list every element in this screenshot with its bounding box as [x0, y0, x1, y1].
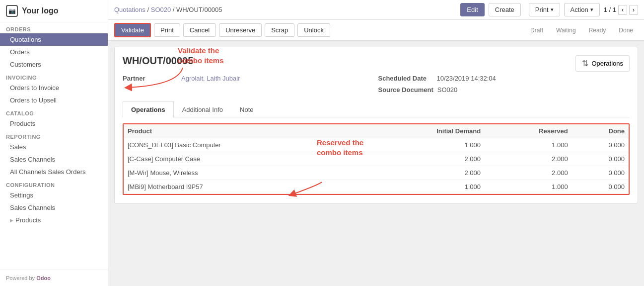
cell-product-2: [M-Wir] Mouse, Wireless: [124, 166, 362, 180]
sidebar-item-products-catalog[interactable]: Products: [0, 117, 108, 130]
unreserve-button[interactable]: Unreserve: [219, 23, 262, 37]
sidebar-item-quotations[interactable]: Quotations: [0, 33, 108, 46]
source-document-field: Source Document SO020: [378, 86, 630, 94]
source-document-value: SO020: [437, 86, 457, 94]
print-button[interactable]: Print: [529, 3, 560, 16]
sidebar-item-settings[interactable]: Settings: [0, 189, 108, 201]
sidebar-section-label-catalog: Catalog: [0, 106, 108, 117]
operations-button[interactable]: ⇅ Operations: [575, 55, 630, 72]
cell-done-0: 0.000: [572, 138, 629, 152]
status-waiting: Waiting: [551, 25, 581, 35]
validate-button[interactable]: Validate: [114, 23, 151, 37]
sidebar-section-label-configuration: Configuration: [0, 178, 108, 189]
cell-demand-0: 1.000: [362, 138, 485, 152]
table-row[interactable]: [CONS_DEL03] Basic Computer 1.000 1.000 …: [124, 138, 629, 152]
partner-label: Partner: [123, 75, 177, 82]
sidebar-section-label-invoicing: Invoicing: [0, 71, 108, 82]
col-reserved: Reserved: [485, 124, 572, 138]
breadcrumb-so020[interactable]: SO020: [151, 6, 171, 13]
cell-done-1: 0.000: [572, 152, 629, 166]
cell-done-3: 0.000: [572, 180, 629, 194]
table-wrapper: Product Initial Demand Reserved Done [CO…: [123, 123, 630, 195]
partner-value[interactable]: Agrolait, Laith Jubair: [181, 75, 240, 82]
sidebar-item-sales[interactable]: Sales: [0, 141, 108, 153]
cell-demand-1: 2.000: [362, 152, 485, 166]
print-toolbar-button[interactable]: Print: [154, 23, 180, 37]
sidebar-section-label-orders: Orders: [0, 22, 108, 33]
form-fields: Partner Agrolait, Laith Jubair Scheduled…: [123, 75, 630, 94]
sidebar-item-customers[interactable]: Customers: [0, 58, 108, 71]
unlock-button[interactable]: Unlock: [297, 23, 330, 37]
sidebar-item-orders[interactable]: Orders: [0, 46, 108, 58]
sidebar-section-catalog: Catalog Products: [0, 106, 108, 130]
content-area: Validate thecombo items ⇅ Operations WH/…: [108, 41, 644, 286]
operations-icon: ⇅: [582, 59, 588, 68]
sidebar-section-configuration: Configuration Settings Sales Channels Pr…: [0, 178, 108, 226]
cell-reserved-0: 1.000: [485, 138, 572, 152]
sidebar-section-invoicing: Invoicing Orders to Invoice Orders to Up…: [0, 71, 108, 106]
table-row[interactable]: [M-Wir] Mouse, Wireless 2.000 2.000 0.00…: [124, 166, 629, 180]
cell-product-3: [MBi9] Motherboard I9P57: [124, 180, 362, 194]
cell-product-0: [CONS_DEL03] Basic Computer: [124, 138, 362, 152]
edit-button[interactable]: Edit: [460, 3, 484, 16]
cell-product-1: [C-Case] Computer Case: [124, 152, 362, 166]
sidebar-item-all-channels[interactable]: All Channels Sales Orders: [0, 166, 108, 178]
breadcrumb-text: Quotations / SO020 / WH/OUT/00005: [114, 6, 222, 13]
cancel-button[interactable]: Cancel: [183, 23, 216, 37]
tab-operations[interactable]: Operations: [123, 101, 174, 117]
sidebar: 📷 Your logo Orders Quotations Orders Cus…: [0, 0, 108, 286]
tab-note[interactable]: Note: [231, 101, 262, 117]
sidebar-brand: Odoo: [36, 275, 51, 281]
sidebar-item-sales-channels[interactable]: Sales Channels: [0, 153, 108, 166]
col-product: Product: [124, 124, 362, 138]
topbar: Quotations / SO020 / WH/OUT/00005 Edit C…: [108, 0, 644, 20]
operations-label: Operations: [591, 60, 623, 67]
tab-additional-info[interactable]: Additional Info: [174, 101, 231, 117]
cell-reserved-3: 1.000: [485, 180, 572, 194]
logo-text: Your logo: [22, 6, 58, 15]
sidebar-section-orders: Orders Quotations Orders Customers: [0, 22, 108, 71]
scheduled-date-label: Scheduled Date: [378, 75, 433, 82]
col-initial-demand: Initial Demand: [362, 124, 485, 138]
sidebar-item-orders-to-upsell[interactable]: Orders to Upsell: [0, 94, 108, 106]
actionbar: Validate Print Cancel Unreserve Scrap Un…: [108, 20, 644, 41]
form-card: ⇅ Operations WH/OUT/00005 Partner Agrola…: [114, 47, 638, 203]
prev-page-button[interactable]: ‹: [618, 5, 627, 15]
partner-field: Partner Agrolait, Laith Jubair: [123, 75, 374, 82]
sidebar-section-label-reporting: Reporting: [0, 130, 108, 141]
table-row[interactable]: [C-Case] Computer Case 2.000 2.000 0.000: [124, 152, 629, 166]
action-button[interactable]: Action: [564, 3, 600, 16]
scrap-button[interactable]: Scrap: [265, 23, 294, 37]
tabs: Operations Additional Info Note: [123, 101, 630, 117]
sidebar-item-products-config[interactable]: Products: [0, 214, 108, 226]
logo-icon: 📷: [6, 5, 18, 17]
cell-done-2: 0.000: [572, 166, 629, 180]
table-header-row: Product Initial Demand Reserved Done: [124, 124, 629, 138]
cell-demand-2: 2.000: [362, 166, 485, 180]
main-content: Quotations / SO020 / WH/OUT/00005 Edit C…: [108, 0, 644, 286]
pagination-text: 1 / 1: [604, 6, 616, 13]
table-header: Product Initial Demand Reserved Done: [124, 124, 629, 138]
source-document-label: Source Document: [378, 86, 433, 94]
col-done: Done: [572, 124, 629, 138]
status-ready: Ready: [584, 25, 611, 35]
breadcrumb-whout: WH/OUT/00005: [176, 6, 222, 13]
table-body: [CONS_DEL03] Basic Computer 1.000 1.000 …: [124, 138, 629, 194]
cell-reserved-1: 2.000: [485, 152, 572, 166]
scheduled-date-field: Scheduled Date 10/23/2019 14:32:04: [378, 75, 630, 82]
logo: 📷 Your logo: [0, 0, 108, 22]
breadcrumb-quotations[interactable]: Quotations: [114, 6, 145, 13]
cell-reserved-2: 2.000: [485, 166, 572, 180]
cell-demand-3: 1.000: [362, 180, 485, 194]
products-table: Product Initial Demand Reserved Done [CO…: [124, 124, 629, 194]
status-done: Done: [614, 25, 638, 35]
sidebar-item-config-sales-channels[interactable]: Sales Channels: [0, 201, 108, 214]
status-draft: Draft: [525, 25, 548, 35]
next-page-button[interactable]: ›: [629, 5, 638, 15]
sidebar-item-orders-to-invoice[interactable]: Orders to Invoice: [0, 82, 108, 94]
breadcrumb: Quotations / SO020 / WH/OUT/00005: [114, 6, 222, 13]
sidebar-section-reporting: Reporting Sales Sales Channels All Chann…: [0, 130, 108, 178]
table-row[interactable]: [MBi9] Motherboard I9P57 1.000 1.000 0.0…: [124, 180, 629, 194]
create-button[interactable]: Create: [489, 3, 521, 16]
sidebar-powered: Powered by Odoo: [0, 270, 108, 286]
